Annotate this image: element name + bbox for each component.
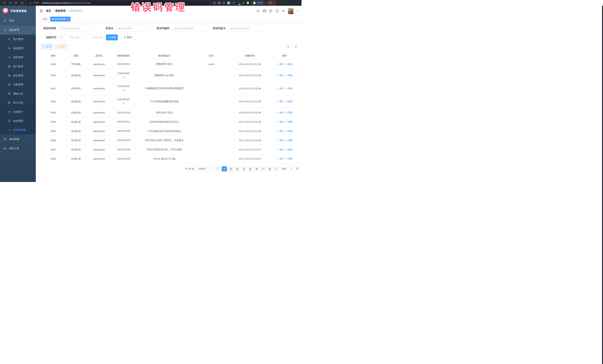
pager-page-6[interactable]: 6 xyxy=(254,166,259,171)
fullscreen-icon[interactable] xyxy=(276,10,279,13)
pager-next-button[interactable] xyxy=(274,166,279,171)
delete-link[interactable]: 删除 xyxy=(286,157,293,160)
browser-update-button[interactable]: 更新 xyxy=(267,1,277,5)
tab-close-icon[interactable] xyxy=(67,18,69,20)
sidebar-item-dev-tools[interactable]: 研发工具 xyxy=(0,144,36,153)
sidebar-item-sms[interactable]: 短信管理 xyxy=(0,116,36,125)
sidebar-item-infrastructure[interactable]: 基础设施 xyxy=(0,134,36,144)
browser-reload-button[interactable] xyxy=(14,1,19,5)
page-url: dashboard.yudao.iocoder.cn/system/error-… xyxy=(42,2,91,4)
edit-link[interactable]: 修改 xyxy=(277,63,284,66)
delete-link[interactable]: 删除 xyxy=(286,74,293,77)
date-range-picker[interactable]: 开始日期 - 结束日期 xyxy=(58,34,104,40)
avatar-caret-icon[interactable] xyxy=(297,10,299,12)
sidebar-item-menus[interactable]: 菜单管理 xyxy=(0,53,36,62)
pager-page-1[interactable]: 1 xyxy=(222,166,227,171)
extension-green-v-icon[interactable] xyxy=(227,1,230,4)
sidebar-item-roles[interactable]: 角色管理 xyxy=(0,44,36,53)
pager-page-5[interactable]: 5 xyxy=(248,166,253,171)
extension-gem-icon[interactable] xyxy=(222,1,225,4)
error-code-input[interactable] xyxy=(174,27,206,30)
delete-link[interactable]: 删除 xyxy=(286,100,293,103)
delete-link[interactable]: 删除 xyxy=(286,148,293,151)
error-code-field[interactable] xyxy=(172,25,208,31)
edit-link[interactable]: 修改 xyxy=(277,87,284,90)
edit-link-label: 修改 xyxy=(279,120,284,123)
pager-page-2[interactable]: 2 xyxy=(228,166,233,171)
edit-link[interactable]: 修改 xyxy=(277,100,284,103)
edit-link[interactable]: 修改 xyxy=(277,139,284,142)
pager-page-4[interactable]: 4 xyxy=(241,166,246,171)
help-icon[interactable] xyxy=(269,10,272,13)
reset-button[interactable]: 重置 xyxy=(121,34,134,40)
edit-link[interactable]: 修改 xyxy=(277,111,284,114)
tab-error-code[interactable]: 错误码管理 xyxy=(50,17,70,22)
edit-link[interactable]: 修改 xyxy=(277,130,284,133)
breadcrumb-system[interactable]: 系统管理 xyxy=(55,9,66,13)
extension-person-icon[interactable] xyxy=(242,1,245,4)
browser-menu-icon[interactable] xyxy=(274,2,275,4)
sidebar-item-notice[interactable]: 通知公告 xyxy=(0,89,36,98)
breadcrumb-home[interactable]: 首页 xyxy=(46,9,51,13)
pager-page-8[interactable]: 8 xyxy=(267,166,272,171)
sidebar-item-posts[interactable]: 岗位管理 xyxy=(0,71,36,80)
error-hint-input[interactable] xyxy=(230,27,262,30)
filter-form-row-2: 创建时间 开始日期 - 结束日期 搜索 重置 xyxy=(41,34,299,40)
github-icon[interactable] xyxy=(263,9,266,13)
add-button[interactable]: 新增 xyxy=(41,44,53,49)
col-time: 创建时间 xyxy=(229,52,270,60)
book-icon xyxy=(8,83,11,86)
sidebar-item-users[interactable]: 用户管理 xyxy=(0,35,36,44)
refresh-button[interactable] xyxy=(293,44,299,49)
toggle-search-button[interactable] xyxy=(285,44,291,49)
goto-page-input[interactable] xyxy=(288,166,295,171)
edit-link[interactable]: 修改 xyxy=(277,148,284,151)
sidebar-item-online-users[interactable]: 在线用户 xyxy=(0,107,36,116)
bookmark-star-icon[interactable] xyxy=(213,1,216,4)
pager-more[interactable]: ••• xyxy=(261,166,266,171)
export-button[interactable]: 导出 xyxy=(55,44,67,49)
extension-orange-icon[interactable] xyxy=(218,1,220,4)
edit-link[interactable]: 修改 xyxy=(277,74,284,77)
user-avatar[interactable] xyxy=(288,8,293,14)
error-type-select-input[interactable] xyxy=(60,27,93,30)
sidebar-item-departments[interactable]: 部门管理 xyxy=(0,62,36,71)
tab-home[interactable]: 首页 xyxy=(41,17,49,22)
extension-tampermonkey-icon[interactable]: on xyxy=(237,1,240,4)
app-name-input[interactable] xyxy=(118,27,150,30)
profile-paused-badge[interactable]: 已暂停 xyxy=(251,1,265,5)
edit-link[interactable]: 修改 xyxy=(277,120,284,123)
font-size-icon[interactable]: TT xyxy=(282,10,285,13)
edit-link[interactable]: 修改 xyxy=(277,157,284,160)
table-row: 3945 自动生成 dashboard 1001001002 只允许修改为开启或… xyxy=(41,127,299,136)
app-logo[interactable]: 芋道管理系统 xyxy=(0,6,36,16)
sidebar-item-audit-log[interactable]: 审计日志 xyxy=(0,98,36,107)
delete-link[interactable]: 删除 xyxy=(286,111,293,114)
sidebar-item-error-code[interactable]: 错误码管理 xyxy=(0,125,36,134)
delete-link[interactable]: 删除 xyxy=(286,120,293,123)
delete-link[interactable]: 删除 xyxy=(286,130,293,133)
error-type-select[interactable] xyxy=(58,25,95,31)
delete-link[interactable]: 删除 xyxy=(286,63,293,66)
browser-back-button[interactable] xyxy=(2,1,7,5)
browser-home-button[interactable] xyxy=(20,1,24,5)
page-size-select[interactable]: 10条/页 xyxy=(196,166,213,171)
browser-forward-button[interactable] xyxy=(8,1,13,5)
error-hint-field[interactable] xyxy=(228,25,264,31)
extension-squares-icon[interactable] xyxy=(232,1,235,4)
delete-link[interactable]: 删除 xyxy=(286,139,293,142)
app-name-field[interactable] xyxy=(116,25,152,31)
search-button[interactable]: 搜索 xyxy=(106,34,118,40)
delete-link-label: 删除 xyxy=(288,130,293,133)
delete-link-label: 删除 xyxy=(288,74,293,77)
sidebar-item-system[interactable]: 系统管理 xyxy=(0,25,36,35)
delete-link[interactable]: 删除 xyxy=(286,87,293,90)
header-search-icon[interactable] xyxy=(256,10,260,13)
sidebar-item-dict[interactable]: 字典管理 xyxy=(0,80,36,89)
extensions-puzzle-icon[interactable] xyxy=(246,1,250,4)
pager-page-3[interactable]: 3 xyxy=(235,166,240,171)
sidebar-toggle-icon[interactable] xyxy=(39,10,43,12)
pager-prev-button[interactable] xyxy=(215,166,220,171)
pagination-total: 共 76 条 xyxy=(185,167,194,170)
sidebar-item-home[interactable]: 首页 xyxy=(0,16,36,25)
